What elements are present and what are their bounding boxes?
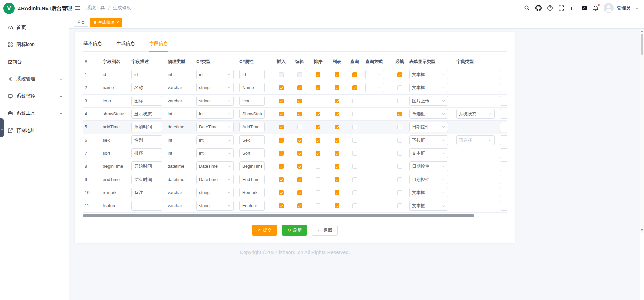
sidebar-item-icons[interactable]: 图标icon [0,36,69,53]
scrollbar-thumb[interactable] [641,34,643,55]
required-checkbox[interactable] [397,72,402,77]
csharp-type-select[interactable]: DateTime [196,161,234,171]
tab-field-info[interactable]: 字段信息 [149,38,168,51]
sort-checkbox[interactable] [316,85,320,90]
field-desc-input[interactable] [131,96,162,106]
breadcrumb-item[interactable]: 系统工具 [86,5,105,11]
csharp-prop-input[interactable] [239,83,265,92]
list-checkbox[interactable] [335,138,339,143]
required-checkbox[interactable] [397,99,402,103]
display-type-select[interactable]: 图片上传 [409,96,448,106]
required-checkbox[interactable] [397,190,402,195]
scroll-down-icon[interactable] [640,228,644,232]
required-checkbox[interactable] [397,151,402,156]
query-checkbox[interactable] [352,138,357,143]
extra-input[interactable] [500,70,507,79]
sidebar-item-home[interactable]: 首页 [0,19,69,36]
sidebar-item-website[interactable]: 官网地址 [0,122,69,139]
back-button[interactable]: ← 返回 [312,225,338,236]
extra-input[interactable] [500,161,507,171]
field-desc-input[interactable] [131,109,162,119]
sort-checkbox[interactable] [316,177,320,182]
sidebar-item-system-admin[interactable]: 系统管理 [0,70,69,87]
csharp-prop-input[interactable] [239,96,265,106]
csharp-type-select[interactable]: string [196,83,234,92]
edit-checkbox[interactable] [297,112,302,116]
csharp-prop-input[interactable] [239,161,265,171]
sort-checkbox[interactable] [316,138,320,143]
field-desc-input[interactable] [131,175,162,184]
sidebar-item-system-monitor[interactable]: 系统监控 [0,87,69,105]
display-type-select[interactable]: 文本框 [409,201,448,211]
extra-input[interactable] [500,109,507,119]
extra-input[interactable] [500,122,507,132]
edit-checkbox[interactable] [297,85,302,90]
field-desc-input[interactable] [131,83,162,92]
edit-checkbox[interactable] [297,99,302,103]
refresh-button[interactable]: ↻ 刷新 [282,225,307,236]
github-icon[interactable] [535,5,542,11]
insert-checkbox[interactable] [279,203,284,208]
required-checkbox[interactable] [397,138,402,143]
display-type-select[interactable]: 下拉框 [409,135,448,145]
tag-gen-edit[interactable]: 生成修改× [90,18,122,27]
csharp-type-select[interactable]: int [196,135,234,145]
display-type-select[interactable]: 日期控件 [409,161,448,171]
fullscreen-icon[interactable] [558,5,565,11]
list-checkbox[interactable] [335,164,339,169]
query-checkbox[interactable] [352,164,357,169]
edit-checkbox[interactable] [297,125,302,129]
csharp-prop-input[interactable] [239,122,265,132]
query-checkbox[interactable] [352,190,357,195]
query-checkbox[interactable] [352,177,357,182]
csharp-prop-input[interactable] [239,70,265,79]
edit-checkbox[interactable] [297,138,302,143]
sort-checkbox[interactable] [316,125,320,129]
display-type-select[interactable]: 日期控件 [409,122,448,132]
tab-basic-info[interactable]: 基本信息 [83,38,102,51]
list-checkbox[interactable] [335,85,339,90]
dict-type-select[interactable]: 系统状态 [456,109,495,119]
csharp-type-select[interactable]: DateTime [196,175,234,184]
extra-input[interactable] [500,188,507,197]
field-desc-input[interactable] [131,148,162,158]
insert-checkbox[interactable] [279,72,284,77]
notification-bell-icon[interactable] [592,5,599,11]
insert-checkbox[interactable] [279,138,284,143]
sort-checkbox[interactable] [316,72,320,77]
list-checkbox[interactable] [335,125,339,129]
help-icon[interactable] [547,5,553,11]
query-mode-select[interactable]: = [365,83,384,92]
query-checkbox[interactable] [352,85,357,90]
csharp-prop-input[interactable] [239,175,265,184]
query-checkbox[interactable] [352,125,357,129]
extra-input[interactable] [500,175,507,184]
insert-checkbox[interactable] [279,164,284,169]
list-checkbox[interactable] [335,203,339,208]
required-checkbox[interactable] [397,203,402,208]
csharp-type-select[interactable]: int [196,70,234,79]
edit-checkbox[interactable] [297,177,302,182]
query-checkbox[interactable] [352,203,357,208]
tab-gen-info[interactable]: 生成信息 [116,38,135,51]
display-type-select[interactable]: 文本框 [409,70,448,79]
extra-input[interactable] [500,148,507,158]
insert-checkbox[interactable] [279,112,284,116]
csharp-type-select[interactable]: string [196,188,234,197]
close-icon[interactable]: × [116,20,119,25]
required-checkbox[interactable] [397,164,402,169]
field-desc-input[interactable] [131,70,162,79]
extra-input[interactable] [500,96,507,106]
display-type-select[interactable]: 单选框 [409,109,448,119]
query-checkbox[interactable] [352,99,357,103]
csharp-prop-input[interactable] [239,109,265,119]
field-desc-input[interactable] [131,188,162,197]
csharp-type-select[interactable]: int [196,109,234,119]
field-desc-input[interactable] [131,161,162,171]
edit-checkbox[interactable] [297,190,302,195]
csharp-prop-input[interactable] [239,201,265,211]
display-type-select[interactable]: 文本框 [409,188,448,197]
field-desc-input[interactable] [131,201,162,211]
edit-checkbox[interactable] [297,72,302,77]
edit-checkbox[interactable] [297,151,302,156]
